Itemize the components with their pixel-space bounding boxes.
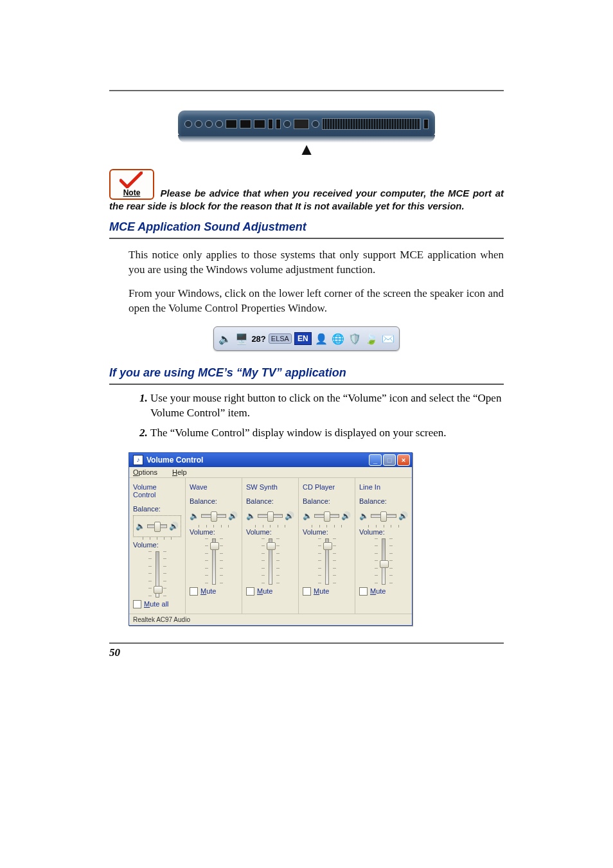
- step-1: Use your mouse right button to click on …: [150, 391, 504, 421]
- mute-checkbox[interactable]: Mute: [303, 587, 351, 596]
- speaker-left-icon: 🔈: [136, 522, 145, 531]
- volume-control-window: ♪ Volume Control _ □ × Options Help Volu…: [129, 452, 413, 626]
- speaker-left-icon: 🔈: [303, 511, 312, 520]
- taskbar-figure: 🔈 🖥️ 28? ELSA EN 👤 🌐 🛡️ 🍃 ✉️: [109, 326, 504, 351]
- volume-label: Volume:: [190, 528, 238, 536]
- speaker-right-icon: 🔊: [398, 511, 408, 520]
- volume-label: Volume:: [133, 541, 181, 549]
- close-button[interactable]: ×: [397, 454, 410, 466]
- volume-slider[interactable]: [246, 538, 294, 583]
- balance-slider[interactable]: 🔈🔊: [359, 508, 408, 524]
- menubar: Options Help: [129, 467, 412, 478]
- statusbar: Realtek AC97 Audio: [129, 614, 412, 625]
- menu-options[interactable]: Options: [133, 468, 164, 476]
- mute-label: Mute all: [144, 600, 169, 608]
- minimize-button[interactable]: _: [369, 454, 382, 466]
- speaker-left-icon: 🔈: [246, 511, 256, 520]
- mixer-channel: SW SynthBalance:🔈🔊Volume:Mute: [242, 478, 299, 614]
- laptop-rear-figure: ▲: [109, 111, 504, 157]
- mixer-channel: Line InBalance:🔈🔊Volume:Mute: [355, 478, 412, 614]
- volume-slider[interactable]: [359, 538, 408, 583]
- volume-label: Volume:: [246, 528, 294, 536]
- balance-label: Balance:: [246, 497, 294, 505]
- mute-checkbox[interactable]: Mute: [359, 587, 408, 596]
- heading-my-tv: If you are using MCE’s “My TV” applicati…: [109, 366, 504, 385]
- speaker-right-icon: 🔊: [169, 522, 179, 531]
- window-title: Volume Control: [147, 456, 203, 465]
- checkbox-icon: [133, 600, 141, 608]
- balance-slider[interactable]: 🔈🔊: [246, 508, 294, 524]
- para-instructions: From your Windows, click on the lower le…: [129, 287, 504, 316]
- note-text: Please be advice that when you received …: [109, 188, 504, 211]
- taskbar-pill: ELSA: [269, 333, 292, 344]
- taskbar-text: 28?: [251, 334, 265, 344]
- balance-slider[interactable]: 🔈🔊: [190, 508, 238, 524]
- checkmark-icon: [120, 172, 143, 188]
- monitor-icon: 🖥️: [235, 332, 249, 346]
- step-2: The “Volume Control” display window is d…: [150, 426, 504, 441]
- checkbox-icon: [246, 587, 254, 596]
- channel-name: CD Player: [303, 483, 351, 491]
- heading-mce-sound: MCE Application Sound Adjustment: [109, 220, 504, 239]
- para-notice: This notice only applies to those system…: [129, 248, 504, 278]
- arrow-up-icon: ▲: [178, 144, 435, 155]
- page-number: 50: [109, 646, 120, 659]
- balance-slider[interactable]: 🔈🔊: [133, 515, 181, 537]
- mail-icon: ✉️: [381, 332, 395, 346]
- mute-label: Mute: [257, 587, 272, 595]
- volume-slider[interactable]: [303, 538, 351, 583]
- speaker-right-icon: 🔊: [341, 511, 351, 520]
- top-rule: [109, 90, 504, 91]
- speaker-left-icon: 🔈: [190, 511, 199, 520]
- speaker-right-icon: 🔊: [285, 511, 294, 520]
- mute-all-checkbox[interactable]: Mute all: [133, 600, 181, 608]
- leaf-icon: 🍃: [364, 332, 378, 346]
- channel-name: Volume Control: [133, 483, 181, 499]
- balance-label: Balance:: [133, 505, 181, 513]
- mute-label: Mute: [370, 587, 386, 595]
- footer-rule: 50: [109, 642, 504, 659]
- mute-checkbox[interactable]: Mute: [246, 587, 294, 596]
- shield-icon: 🛡️: [348, 332, 362, 346]
- checkbox-icon: [190, 587, 198, 596]
- menu-help[interactable]: Help: [172, 468, 193, 476]
- mixer-channel: WaveBalance:🔈🔊Volume:Mute: [186, 478, 242, 614]
- maximize-button[interactable]: □: [383, 454, 396, 466]
- checkbox-icon: [359, 587, 368, 596]
- mute-label: Mute: [200, 587, 216, 595]
- balance-slider[interactable]: 🔈🔊: [303, 508, 351, 524]
- steps-list: Use your mouse right button to click on …: [129, 391, 504, 441]
- volume-label: Volume:: [303, 528, 351, 536]
- note-badge: Note: [109, 169, 154, 200]
- volume-label: Volume:: [359, 528, 408, 536]
- speaker-right-icon: 🔊: [228, 511, 238, 520]
- titlebar[interactable]: ♪ Volume Control _ □ ×: [129, 453, 412, 467]
- note-block: Note Please be advice that when you rece…: [109, 169, 504, 213]
- channel-name: Wave: [190, 483, 238, 491]
- mute-checkbox[interactable]: Mute: [190, 587, 238, 596]
- globe-icon: 🌐: [331, 332, 345, 346]
- volume-slider[interactable]: [133, 551, 181, 596]
- checkbox-icon: [303, 587, 311, 596]
- mixer-channel: Volume ControlBalance:🔈🔊Volume:Mute all: [129, 478, 186, 614]
- speaker-left-icon: 🔈: [359, 511, 369, 520]
- channel-name: Line In: [359, 483, 408, 491]
- mixer-channel: CD PlayerBalance:🔈🔊Volume:Mute: [299, 478, 355, 614]
- balance-label: Balance:: [303, 497, 351, 505]
- user-icon: 👤: [314, 332, 328, 346]
- channel-name: SW Synth: [246, 483, 294, 491]
- note-label: Note: [113, 188, 150, 198]
- speaker-prev-icon: 🔈: [218, 332, 232, 346]
- balance-label: Balance:: [359, 497, 408, 505]
- mute-label: Mute: [314, 587, 329, 595]
- volume-slider[interactable]: [190, 538, 238, 583]
- app-icon: ♪: [133, 455, 143, 465]
- lang-indicator: EN: [294, 332, 312, 345]
- balance-label: Balance:: [190, 497, 238, 505]
